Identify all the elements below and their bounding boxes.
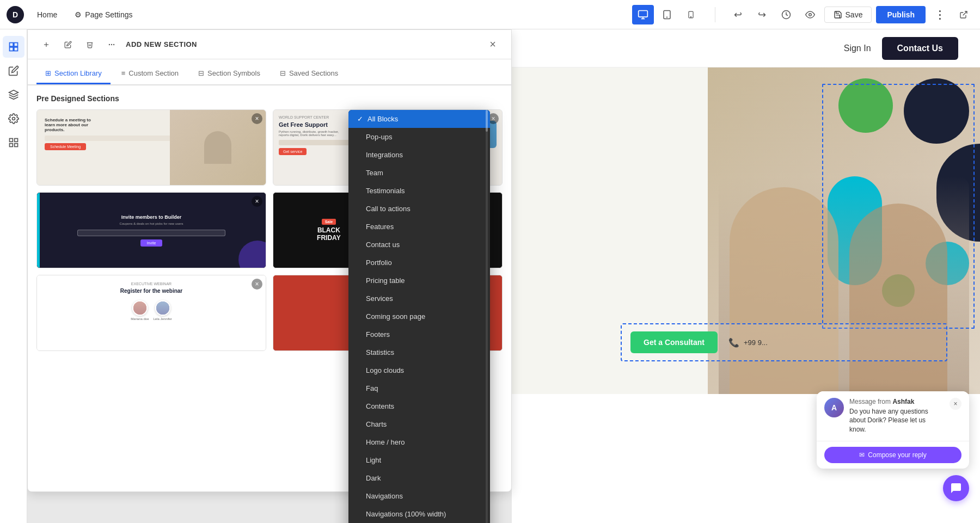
dropdown-item-portfolio[interactable]: Portfolio	[348, 254, 490, 272]
desktop-view-button[interactable]	[632, 5, 654, 24]
sidebar-blocks-icon[interactable]	[3, 132, 24, 153]
svg-rect-16	[9, 139, 13, 142]
dropdown-item-coming-soon[interactable]: Coming soon page	[348, 307, 490, 325]
svg-rect-12	[9, 47, 13, 51]
chat-close-button[interactable]: ×	[950, 398, 961, 410]
dropdown-item-footers[interactable]: Footers	[348, 325, 490, 343]
svg-rect-17	[14, 139, 17, 142]
chat-bubble-button[interactable]	[943, 475, 969, 501]
dropdown-item-services[interactable]: Services	[348, 290, 490, 307]
mobile-view-button[interactable]	[680, 5, 702, 24]
dropdown-item-navigations-full[interactable]: Navigations (100% width)	[348, 505, 490, 523]
tab-saved-sections[interactable]: ⊟ Saved Sections	[271, 64, 347, 84]
sidebar-layers-icon[interactable]	[3, 84, 24, 106]
svg-rect-10	[9, 43, 13, 47]
section-card-invite[interactable]: × Invite members to Builder Coupons & de…	[36, 192, 266, 268]
chat-widget: A Message from Ashfak Do you have any qu…	[817, 391, 969, 469]
more-options-button[interactable]: ⋮	[930, 5, 950, 24]
svg-rect-11	[14, 43, 17, 47]
save-button[interactable]: Save	[824, 7, 872, 23]
preview-button[interactable]	[800, 5, 820, 24]
chat-content: Message from Ashfak Do you have any ques…	[849, 398, 944, 434]
home-label: Home	[37, 10, 57, 19]
dropdown-item-all-blocks[interactable]: All Blocks	[348, 110, 490, 128]
add-section-toolbar-edit[interactable]	[60, 37, 76, 52]
sidebar-settings-icon[interactable]	[3, 108, 24, 130]
dropdown-item-faq[interactable]: Faq	[348, 379, 490, 397]
dropdown-item-dark[interactable]: Dark	[348, 469, 490, 487]
saved-sections-icon: ⊟	[280, 69, 286, 77]
logo[interactable]: D	[7, 6, 24, 23]
card-bf-title: BLACKFRIDAY	[317, 227, 341, 241]
dropdown-item-home-hero[interactable]: Home / hero	[348, 433, 490, 451]
home-nav-item[interactable]: Home	[33, 8, 62, 21]
card-close-webinar[interactable]: ×	[252, 279, 262, 290]
add-section-toolbar-more[interactable]	[104, 37, 119, 52]
tablet-view-button[interactable]	[656, 5, 678, 24]
section-library-icon: ⊞	[45, 69, 51, 77]
svg-point-6	[690, 16, 691, 17]
cta-phone: 📞 +99 9...	[728, 337, 768, 348]
svg-rect-18	[9, 144, 13, 147]
sidebar-edit-icon[interactable]	[3, 60, 24, 82]
dropdown-item-charts[interactable]: Charts	[348, 415, 490, 433]
redo-button[interactable]: ↪	[752, 5, 772, 24]
dropdown-item-team[interactable]: Team	[348, 164, 490, 182]
save-label: Save	[846, 10, 863, 19]
dropdown-item-pricing-table[interactable]: Pricing table	[348, 272, 490, 290]
svg-rect-13	[14, 47, 17, 51]
section-card-webinar[interactable]: × EXECUTIVE WEBINAR Register for the web…	[36, 275, 266, 351]
tab-section-library[interactable]: ⊞ Section Library	[36, 64, 111, 84]
page-settings-nav-item[interactable]: ⚙ Page Settings	[70, 8, 137, 21]
card-bf-sale: Sale	[322, 219, 336, 225]
chat-from: Message from Ashfak	[849, 398, 944, 405]
card-close-schedule[interactable]: ×	[252, 113, 262, 124]
card-close-invite[interactable]: ×	[252, 196, 262, 207]
device-switcher	[632, 5, 702, 24]
tab-section-symbols[interactable]: ⊟ Section Symbols	[189, 64, 269, 84]
dropdown-item-popups[interactable]: Pop-ups	[348, 128, 490, 146]
svg-rect-0	[638, 10, 647, 17]
dropdown-item-call-to-actions[interactable]: Call to actions	[348, 200, 490, 218]
dropdown-item-navigations[interactable]: Navigations	[348, 487, 490, 505]
preview-contact-button[interactable]: Contact Us	[882, 37, 958, 60]
history-button[interactable]	[776, 5, 796, 24]
cta-get-consultant-button[interactable]: Get a Consultant	[630, 331, 718, 353]
section-symbols-icon: ⊟	[198, 69, 204, 77]
svg-rect-19	[14, 144, 17, 147]
panel-header: ADD NEW SECTION ×	[28, 30, 511, 59]
dropdown-scrollbar[interactable]	[486, 110, 488, 523]
undo-button[interactable]: ↩	[728, 5, 748, 24]
section-grid-title: Pre Designed Sections	[36, 94, 503, 103]
tab-custom-section[interactable]: ≡ Custom Section	[113, 64, 187, 84]
dropdown-item-logo-clouds[interactable]: Logo clouds	[348, 361, 490, 379]
svg-point-22	[111, 44, 112, 45]
panel-tabs: ⊞ Section Library ≡ Custom Section ⊟ Sec…	[28, 59, 511, 85]
card-invite-sub: Coupons & deals on hot picks for new use…	[119, 222, 183, 225]
chat-avatar: A	[824, 398, 844, 417]
dropdown-item-integrations[interactable]: Integrations	[348, 146, 490, 164]
card-invite-title: Invite members to Builder	[121, 214, 182, 220]
dropdown-item-statistics[interactable]: Statistics	[348, 343, 490, 361]
dropdown-item-testimonials[interactable]: Testimonials	[348, 182, 490, 200]
dropdown-item-features[interactable]: Features	[348, 218, 490, 236]
panel-close-button[interactable]: ×	[485, 37, 500, 52]
add-section-toolbar-add[interactable]	[39, 37, 54, 52]
dropdown-item-contents[interactable]: Contents	[348, 397, 490, 415]
add-section-toolbar-delete[interactable]	[82, 37, 97, 52]
page-settings-label: Page Settings	[85, 10, 132, 19]
card-img-schedule: Schedule a meeting tolearn more about ou…	[37, 110, 266, 185]
dropdown-scrollbar-thumb[interactable]	[486, 110, 488, 132]
custom-section-icon: ≡	[121, 69, 126, 77]
page-settings-icon: ⚙	[75, 10, 82, 19]
preview-sign-in[interactable]: Sign In	[844, 44, 871, 53]
sidebar-pages-icon[interactable]	[3, 36, 24, 58]
dropdown-item-contact-us[interactable]: Contact us	[348, 236, 490, 254]
compose-reply-button[interactable]: ✉ Compose your reply	[824, 447, 961, 463]
publish-button[interactable]: Publish	[876, 6, 926, 23]
dropdown-item-light[interactable]: Light	[348, 451, 490, 469]
section-card-schedule[interactable]: × Schedule a meeting tolearn more about …	[36, 109, 266, 186]
filter-dropdown: All Blocks Pop-ups Integrations Team Tes…	[348, 110, 490, 523]
external-link-button[interactable]	[954, 5, 973, 24]
nav-actions: ↩ ↪ Save Publish ⋮	[728, 5, 973, 24]
